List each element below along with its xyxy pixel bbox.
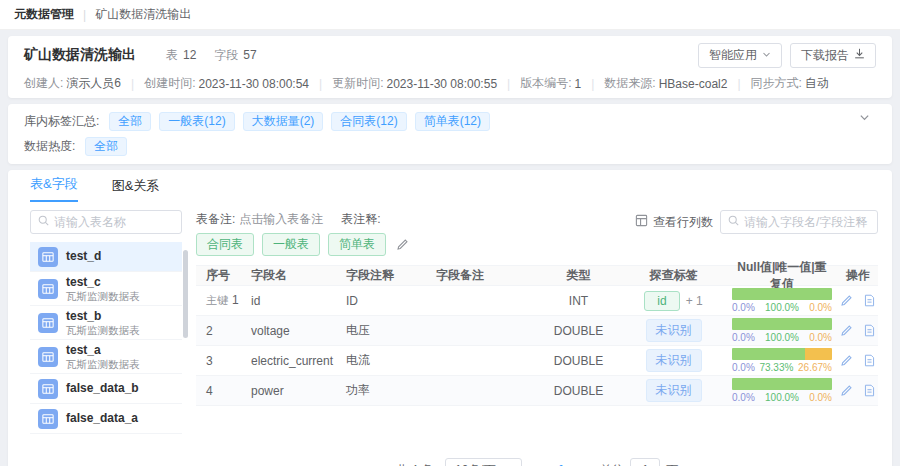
primary-key-label: 主键 bbox=[206, 294, 228, 306]
document-icon[interactable] bbox=[863, 324, 876, 337]
tag-summary-label: 库内标签汇总: bbox=[24, 113, 99, 130]
stat-table-label: 表 bbox=[166, 47, 178, 64]
field-comment: 电流 bbox=[346, 352, 436, 369]
main-card: 表&字段 图&关系 test_d test_c瓦斯监测数据表 bbox=[8, 170, 892, 466]
list-item-partial[interactable] bbox=[30, 434, 182, 438]
quality-bar-cell: 0.0%100.0%0.0% bbox=[726, 318, 838, 343]
table-icon bbox=[38, 247, 58, 267]
goto-unit: 页 bbox=[666, 462, 678, 466]
document-icon[interactable] bbox=[863, 354, 876, 367]
quality-bar-cell: 0.0%73.33%26.67% bbox=[726, 348, 838, 373]
dup-pct: 0.0% bbox=[809, 302, 832, 313]
view-rowcol-label: 查看行列数 bbox=[653, 214, 713, 231]
smart-app-button[interactable]: 智能应用 bbox=[698, 43, 782, 68]
table-search-box bbox=[30, 210, 182, 234]
edit-icon[interactable] bbox=[840, 324, 853, 337]
detail-header-left: 表备注: 点击输入表备注 表注释: 合同表 一般表 简单表 bbox=[196, 210, 409, 256]
tag-summary-row: 库内标签汇总: 全部 一般表(12) 大数据量(2) 合同表(12) 简单表(1… bbox=[24, 111, 876, 131]
download-report-label: 下载报告 bbox=[801, 47, 849, 64]
field-type: DOUBLE bbox=[536, 354, 621, 368]
view-rowcol-button[interactable]: 查看行列数 bbox=[635, 214, 713, 231]
stat-field-value: 57 bbox=[243, 48, 256, 62]
scrollbar-thumb[interactable] bbox=[183, 250, 188, 338]
probe-tag[interactable]: 未识别 bbox=[646, 319, 702, 342]
meta-sync-mode: 同步方式:自动 bbox=[727, 75, 828, 92]
meta-row: 创建人:演示人员6 创建时间:2023-11-30 08:00:54 更新时间:… bbox=[24, 75, 876, 92]
page-size-select[interactable]: 10条/页 bbox=[445, 458, 522, 466]
goto-label: 前往 bbox=[600, 462, 624, 466]
probe-tag[interactable]: 未识别 bbox=[646, 379, 702, 402]
col-ops: 操作 bbox=[838, 267, 878, 284]
filter-tag-contract[interactable]: 合同表(12) bbox=[331, 112, 406, 131]
search-icon bbox=[728, 215, 739, 229]
list-item-test_c[interactable]: test_c瓦斯监测数据表 bbox=[30, 272, 182, 306]
edit-icon[interactable] bbox=[840, 354, 853, 367]
edit-icon[interactable] bbox=[840, 384, 853, 397]
table-tag-general: 一般表 bbox=[262, 233, 320, 256]
goto-page-input[interactable] bbox=[630, 458, 660, 466]
field-type: INT bbox=[536, 294, 621, 308]
field-type: DOUBLE bbox=[536, 384, 621, 398]
meta-version: 版本编号:1 bbox=[497, 75, 581, 92]
field-detail-panel: 表备注: 点击输入表备注 表注释: 合同表 一般表 简单表 bbox=[196, 210, 878, 466]
meta-created-time: 创建时间:2023-11-30 08:00:54 bbox=[121, 75, 309, 92]
null-pct: 0.0% bbox=[732, 302, 755, 313]
list-item-test_a[interactable]: test_a瓦斯监测数据表 bbox=[30, 340, 182, 374]
download-icon bbox=[854, 48, 865, 62]
info-card: 矿山数据清洗输出 表 12 字段 57 智能应用 下载报告 创建人:演示人员6 … bbox=[8, 36, 892, 98]
field-table: 序号 字段名 字段注释 字段备注 类型 探查标签 Null值|唯一值|重复值 操… bbox=[196, 265, 878, 406]
unique-pct: 73.33% bbox=[759, 362, 793, 373]
dup-pct: 0.0% bbox=[809, 332, 832, 343]
table-tag-simple: 简单表 bbox=[328, 233, 386, 256]
list-item-false_data_a[interactable]: false_data_a bbox=[30, 404, 182, 434]
field-search-input[interactable] bbox=[744, 215, 870, 229]
unique-pct: 100.0% bbox=[765, 332, 799, 343]
document-icon[interactable] bbox=[863, 384, 876, 397]
col-no: 序号 bbox=[196, 267, 251, 284]
remark-placeholder[interactable]: 点击输入表备注 bbox=[239, 211, 323, 228]
title-row: 矿山数据清洗输出 表 12 字段 57 智能应用 下载报告 bbox=[24, 42, 876, 68]
filter-tag-simple[interactable]: 简单表(12) bbox=[415, 112, 490, 131]
probe-tag[interactable]: id bbox=[644, 291, 679, 311]
col-name: 字段名 bbox=[251, 267, 346, 284]
breadcrumb-current: 矿山数据清洗输出 bbox=[95, 6, 191, 23]
field-name: power bbox=[251, 384, 346, 398]
list-item-test_b[interactable]: test_b瓦斯监测数据表 bbox=[30, 306, 182, 340]
title-actions: 智能应用 下载报告 bbox=[698, 43, 876, 68]
filter-tag-bigdata[interactable]: 大数据量(2) bbox=[243, 112, 324, 131]
heat-tag-all[interactable]: 全部 bbox=[85, 137, 127, 156]
probe-tag-extra: + 1 bbox=[686, 294, 703, 308]
table-icon bbox=[38, 279, 58, 299]
list-item-test_d[interactable]: test_d bbox=[30, 242, 182, 272]
chevron-down-icon bbox=[762, 48, 771, 62]
filter-tag-general[interactable]: 一般表(12) bbox=[159, 112, 234, 131]
tabs: 表&字段 图&关系 bbox=[8, 170, 892, 202]
table-tags-row: 合同表 一般表 简单表 bbox=[196, 233, 409, 256]
comment-label: 表注释: bbox=[341, 211, 380, 228]
search-icon bbox=[38, 215, 49, 229]
meta-creator: 创建人:演示人员6 bbox=[24, 75, 121, 92]
breadcrumb-root[interactable]: 元数据管理 bbox=[14, 6, 74, 23]
collapse-chevron-icon[interactable] bbox=[859, 112, 870, 126]
download-report-button[interactable]: 下载报告 bbox=[790, 43, 876, 68]
detail-header-right: 查看行列数 bbox=[635, 210, 878, 234]
dup-pct: 0.0% bbox=[809, 392, 832, 403]
table-icon bbox=[38, 347, 58, 367]
edit-tags-icon[interactable] bbox=[396, 238, 409, 251]
table-row: 2 voltage 电压 DOUBLE 未识别 0.0%100.0%0.0% bbox=[196, 316, 878, 346]
tab-graph-relations[interactable]: 图&关系 bbox=[112, 177, 160, 202]
remark-label: 表备注: bbox=[196, 211, 235, 228]
list-item-false_data_b[interactable]: false_data_b bbox=[30, 374, 182, 404]
field-search-box bbox=[720, 210, 878, 234]
document-icon[interactable] bbox=[863, 294, 876, 307]
tab-table-fields[interactable]: 表&字段 bbox=[30, 175, 78, 202]
view-rowcol-icon bbox=[635, 214, 648, 230]
stat-field-label: 字段 bbox=[214, 47, 238, 64]
probe-tag[interactable]: 未识别 bbox=[646, 349, 702, 372]
breadcrumb: 元数据管理 | 矿山数据清洗输出 bbox=[0, 0, 900, 30]
filter-tag-all[interactable]: 全部 bbox=[109, 112, 151, 131]
dup-pct: 26.67% bbox=[798, 362, 832, 373]
edit-icon[interactable] bbox=[840, 294, 853, 307]
table-search-input[interactable] bbox=[54, 215, 174, 229]
unique-pct: 100.0% bbox=[765, 302, 799, 313]
